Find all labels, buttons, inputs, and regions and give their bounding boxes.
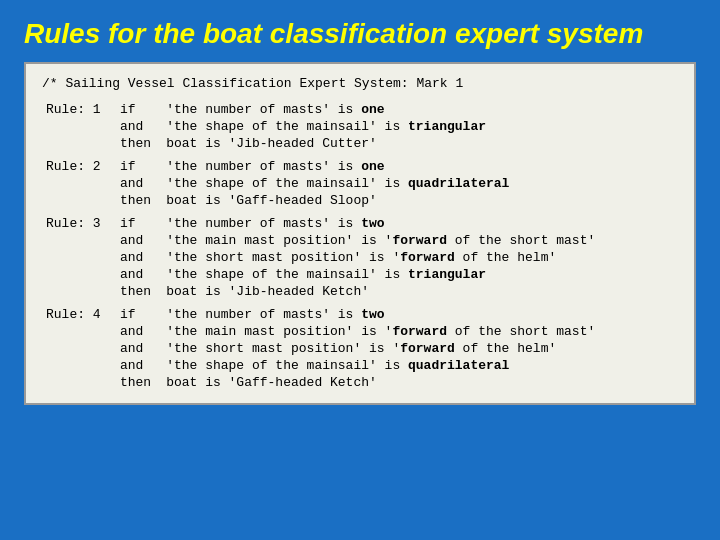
rule-keyword: and — [116, 175, 162, 192]
rule-keyword: and — [116, 323, 162, 340]
rule-text: 'the number of masts' is two — [162, 306, 678, 323]
rule-keyword: and — [116, 232, 162, 249]
rule-keyword: and — [116, 266, 162, 283]
rule-keyword: if — [116, 215, 162, 232]
rule-text: boat is 'Jib-headed Cutter' — [162, 135, 678, 152]
rule-label — [42, 283, 116, 300]
rule-text: 'the short mast position' is 'forward of… — [162, 340, 678, 357]
table-row: and'the shape of the mainsail' is triang… — [42, 266, 678, 283]
rule-label — [42, 135, 116, 152]
page-title: Rules for the boat classification expert… — [0, 0, 720, 62]
rule-label — [42, 118, 116, 135]
table-row: Rule: 2if'the number of masts' is one — [42, 158, 678, 175]
rule-keyword: then — [116, 283, 162, 300]
rule-text: boat is 'Gaff-headed Ketch' — [162, 374, 678, 391]
rule-text: 'the shape of the mainsail' is triangula… — [162, 266, 678, 283]
rule-label — [42, 192, 116, 209]
content-box: /* Sailing Vessel Classification Expert … — [24, 62, 696, 405]
rule-keyword: then — [116, 135, 162, 152]
rule-label: Rule: 4 — [42, 306, 116, 323]
rule-label — [42, 249, 116, 266]
table-row: and'the short mast position' is 'forward… — [42, 340, 678, 357]
rule-keyword: if — [116, 158, 162, 175]
table-row: thenboat is 'Jib-headed Cutter' — [42, 135, 678, 152]
table-row: Rule: 3if'the number of masts' is two — [42, 215, 678, 232]
rule-text: 'the number of masts' is one — [162, 101, 678, 118]
table-row: thenboat is 'Gaff-headed Sloop' — [42, 192, 678, 209]
table-row: and'the shape of the mainsail' is quadri… — [42, 175, 678, 192]
rule-text: boat is 'Jib-headed Ketch' — [162, 283, 678, 300]
rule-keyword: and — [116, 118, 162, 135]
rule-keyword: and — [116, 340, 162, 357]
rule-label — [42, 357, 116, 374]
rule-keyword: and — [116, 249, 162, 266]
rule-keyword: and — [116, 357, 162, 374]
rule-label: Rule: 3 — [42, 215, 116, 232]
rule-label — [42, 374, 116, 391]
comment-line: /* Sailing Vessel Classification Expert … — [42, 76, 678, 91]
table-row: Rule: 1if'the number of masts' is one — [42, 101, 678, 118]
rule-label — [42, 232, 116, 249]
table-row: thenboat is 'Jib-headed Ketch' — [42, 283, 678, 300]
rule-text: 'the shape of the mainsail' is triangula… — [162, 118, 678, 135]
rule-label — [42, 175, 116, 192]
table-row: thenboat is 'Gaff-headed Ketch' — [42, 374, 678, 391]
rules-table: Rule: 1if'the number of masts' is oneand… — [42, 101, 678, 391]
table-row: and'the shape of the mainsail' is triang… — [42, 118, 678, 135]
table-row: Rule: 4if'the number of masts' is two — [42, 306, 678, 323]
table-row: and'the main mast position' is 'forward … — [42, 232, 678, 249]
rule-keyword: then — [116, 374, 162, 391]
rule-text: 'the shape of the mainsail' is quadrilat… — [162, 175, 678, 192]
rule-keyword: if — [116, 306, 162, 323]
rule-text: 'the shape of the mainsail' is quadrilat… — [162, 357, 678, 374]
rule-text: boat is 'Gaff-headed Sloop' — [162, 192, 678, 209]
rule-text: 'the main mast position' is 'forward of … — [162, 232, 678, 249]
table-row: and'the short mast position' is 'forward… — [42, 249, 678, 266]
rule-label — [42, 266, 116, 283]
rule-label: Rule: 2 — [42, 158, 116, 175]
table-row: and'the shape of the mainsail' is quadri… — [42, 357, 678, 374]
rule-text: 'the main mast position' is 'forward of … — [162, 323, 678, 340]
table-row: and'the main mast position' is 'forward … — [42, 323, 678, 340]
rule-label — [42, 340, 116, 357]
rule-text: 'the number of masts' is two — [162, 215, 678, 232]
rule-text: 'the number of masts' is one — [162, 158, 678, 175]
rule-text: 'the short mast position' is 'forward of… — [162, 249, 678, 266]
rule-label — [42, 323, 116, 340]
rule-keyword: then — [116, 192, 162, 209]
rule-label: Rule: 1 — [42, 101, 116, 118]
rule-keyword: if — [116, 101, 162, 118]
